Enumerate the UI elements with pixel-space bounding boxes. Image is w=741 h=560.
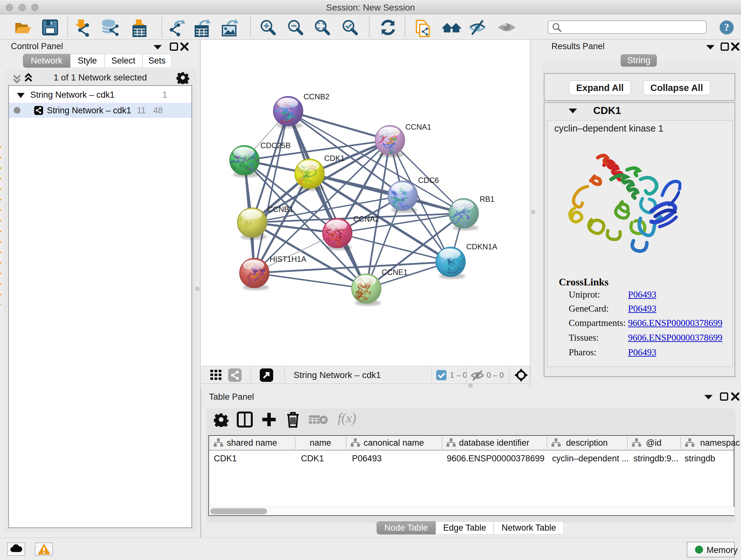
svg-text:CCNA1: CCNA1 [405, 123, 431, 131]
svg-text:?: ? [724, 21, 729, 33]
svg-text:CDC25B: CDC25B [260, 141, 291, 150]
svg-text:CDC6: CDC6 [418, 176, 439, 185]
svg-text:HIST1H1A: HIST1H1A [270, 255, 307, 263]
svg-text:CCNE1: CCNE1 [382, 268, 408, 276]
svg-text:CCNA2: CCNA2 [353, 214, 379, 223]
svg-text:CCNB2: CCNB2 [304, 92, 329, 101]
svg-text:RB1: RB1 [480, 195, 495, 203]
svg-text:CCNB1: CCNB1 [267, 205, 293, 213]
svg-text:CDKN1A: CDKN1A [466, 242, 497, 251]
svg-text:CDK1: CDK1 [324, 154, 345, 163]
